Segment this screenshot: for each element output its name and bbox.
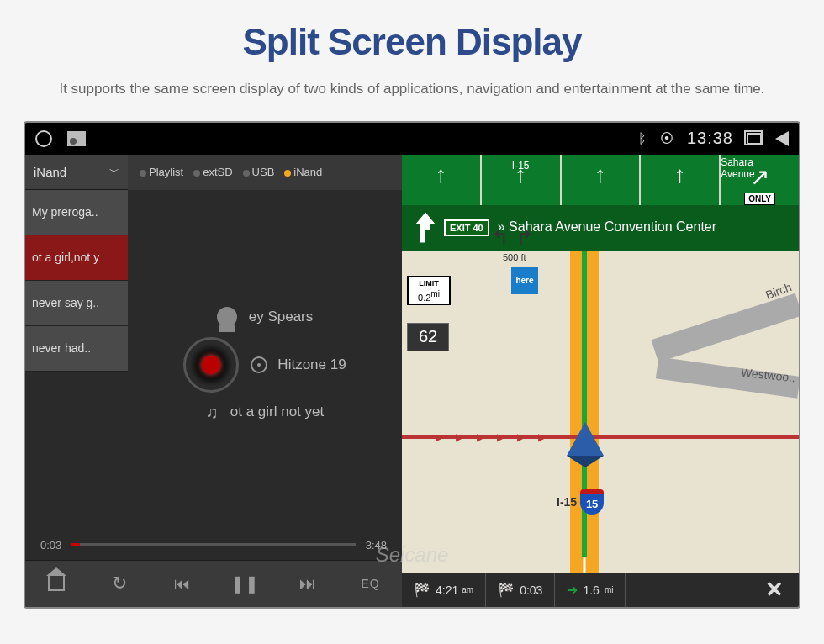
nav-bottom-bar: 🏁 4:21am 🏁 0:03 ➔ 1.6mi ✕ xyxy=(402,573,799,607)
media-controls: ↻ ⏮ ❚❚ ⏭ EQ xyxy=(25,560,402,607)
skip-back-icon: ⏮ xyxy=(174,574,191,594)
track-label: ot a girl not yet xyxy=(230,404,325,420)
playlist-column: My preroga.. ot a girl,not y never say g… xyxy=(25,190,128,539)
top-street-label: Sahara Avenue xyxy=(721,156,762,180)
tab-playlist[interactable]: Playlist xyxy=(140,166,183,178)
music-pane: iNand ﹀ Playlist extSD USB iNand My prer… xyxy=(25,155,402,607)
speed-box: 62 xyxy=(407,323,449,351)
direction-bar: EXIT 40 » Sahara Avenue Convention Cente… xyxy=(402,205,799,251)
eta-item[interactable]: 🏁 4:21am xyxy=(402,573,486,607)
distance-marker: 500 ft xyxy=(503,252,526,262)
flag-icon: 🏁 xyxy=(414,582,430,598)
elapsed-time: 0:03 xyxy=(40,539,61,552)
repeat-button[interactable]: ↻ xyxy=(94,567,145,600)
location-icon[interactable]: ⦿ xyxy=(660,131,673,146)
remaining-item[interactable]: 🏁 0:03 xyxy=(486,573,555,607)
here-logo: here xyxy=(511,267,538,294)
highway-signs: ↑ I-15 ↑ ↑ ↑ Sahara Avenue ↗ ONLY xyxy=(402,155,799,207)
lane-sign: I-15 ↑ xyxy=(482,155,560,207)
device-frame: ᛒ ⦿ 13:38 iNand ﹀ Playlist extSD xyxy=(24,121,800,609)
arrow-up-icon: ↑ xyxy=(594,161,606,188)
arrow-right-icon: ➔ xyxy=(567,582,578,598)
next-button[interactable]: ⏭ xyxy=(283,567,333,600)
lane-sign: ↑ xyxy=(562,155,640,207)
progress-row: 0:03 3:48 xyxy=(25,539,402,560)
shield-icon: 15 xyxy=(580,489,604,515)
music-note-icon: ♫ xyxy=(206,403,219,422)
close-button[interactable]: ✕ xyxy=(750,577,799,603)
vehicle-marker xyxy=(567,422,604,456)
prev-button[interactable]: ⏮ xyxy=(157,567,208,600)
interstate-shield: I-15 15 xyxy=(557,489,604,515)
skip-forward-icon: ⏭ xyxy=(299,574,316,594)
distance-item[interactable]: ➔ 1.6mi xyxy=(555,573,626,607)
lane-split-icon: ↰ ↱ xyxy=(491,225,534,251)
back-icon[interactable] xyxy=(775,131,789,146)
source-tabs: Playlist extSD USB iNand xyxy=(128,155,402,190)
artist-icon xyxy=(217,307,237,327)
now-playing: ey Spears Hitzone 19 ♫ xyxy=(128,190,402,539)
arrow-up-icon: ↑ xyxy=(674,161,686,188)
flag-icon: 🏁 xyxy=(498,582,515,598)
list-item[interactable]: My preroga.. xyxy=(25,190,128,235)
disc-icon xyxy=(251,356,267,373)
speed-limit-box: LIMIT 0.2mi xyxy=(407,276,451,306)
recent-apps-icon[interactable] xyxy=(747,133,762,145)
chevron-down-icon: ﹀ xyxy=(109,165,119,179)
highway-label: I-15 xyxy=(512,160,530,172)
home-button[interactable] xyxy=(31,567,82,600)
bluetooth-icon[interactable]: ᛒ xyxy=(638,131,647,146)
circle-icon[interactable] xyxy=(35,130,52,147)
route-chevrons: ▶ ▶ ▶ ▶ ▶ ▶ xyxy=(436,431,551,443)
only-badge: ONLY xyxy=(744,193,775,205)
page-subtitle: It supports the same screen display of t… xyxy=(59,78,764,100)
close-icon: ✕ xyxy=(765,577,784,602)
arrow-up-icon: ↑ xyxy=(435,161,446,188)
source-select[interactable]: iNand ﹀ xyxy=(25,155,128,190)
picture-icon[interactable] xyxy=(67,131,86,146)
eta-unit: am xyxy=(462,585,473,594)
tab-extsd[interactable]: extSD xyxy=(193,166,232,178)
navigation-pane: ↑ I-15 ↑ ↑ ↑ Sahara Avenue ↗ ONLY EX xyxy=(402,155,799,607)
record-button[interactable] xyxy=(183,337,239,393)
clock: 13:38 xyxy=(687,129,733,148)
repeat-icon: ↻ xyxy=(112,573,127,594)
lane-sign-only: Sahara Avenue ↗ ONLY xyxy=(721,155,799,207)
page-title: Split Screen Display xyxy=(242,21,581,63)
pause-button[interactable]: ❚❚ xyxy=(219,567,270,600)
eta-time: 4:21 xyxy=(436,583,458,597)
shield-label: I-15 xyxy=(557,495,577,509)
total-time: 3:48 xyxy=(366,539,387,552)
artist-label: ey Spears xyxy=(249,309,314,325)
road-segment xyxy=(651,293,799,362)
list-item[interactable]: never had.. xyxy=(25,326,128,372)
tab-inand[interactable]: iNand xyxy=(284,166,322,178)
pause-icon: ❚❚ xyxy=(230,573,259,594)
turn-icon xyxy=(410,213,436,243)
limit-label: LIMIT xyxy=(409,279,449,288)
lane-sign: ↑ xyxy=(641,155,719,207)
source-selected-label: iNand xyxy=(34,165,66,179)
distance-unit: mi xyxy=(605,585,614,594)
album-label: Hitzone 19 xyxy=(277,356,346,373)
map-area[interactable]: ▶ ▶ ▶ ▶ ▶ ▶ ↰ ↱ 500 ft LIMIT 0.2mi 62 he… xyxy=(402,251,799,573)
distance-val: 1.6 xyxy=(583,583,599,597)
list-item[interactable]: never say g.. xyxy=(25,281,128,326)
tab-usb[interactable]: USB xyxy=(243,166,275,178)
limit-distance: 0.2mi xyxy=(409,289,449,303)
status-bar: ᛒ ⦿ 13:38 xyxy=(25,123,799,155)
home-icon xyxy=(48,576,65,591)
lane-sign: ↑ xyxy=(402,155,480,207)
eq-button[interactable]: EQ xyxy=(346,567,396,600)
list-item[interactable]: ot a girl,not y xyxy=(25,235,128,281)
playlist-spacer xyxy=(25,372,128,539)
progress-bar[interactable] xyxy=(71,543,355,546)
exit-badge: EXIT 40 xyxy=(444,219,489,236)
remaining-time: 0:03 xyxy=(520,583,542,597)
